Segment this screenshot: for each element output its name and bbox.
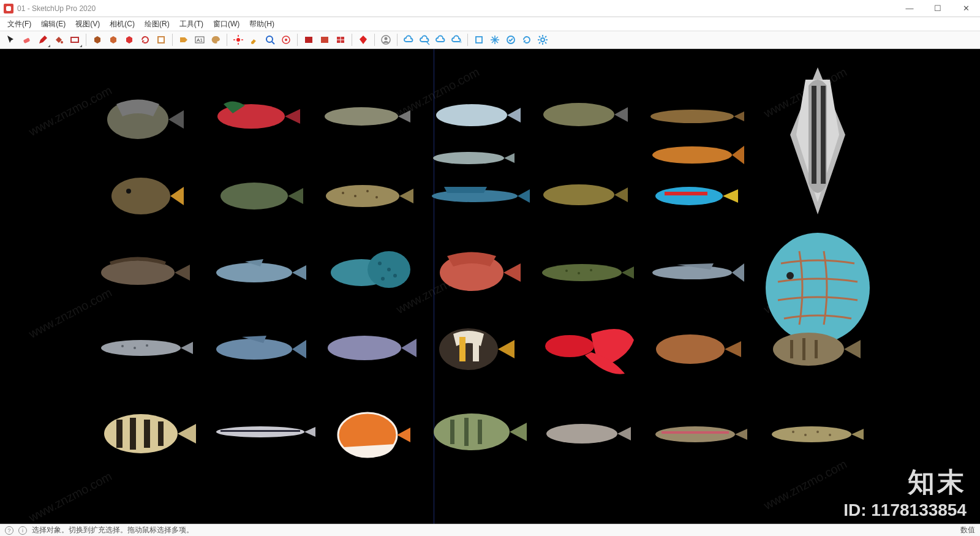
menu-draw[interactable]: 绘图(R) — [140, 18, 175, 31]
window-minimize-button[interactable]: ― — [895, 0, 924, 17]
fish-model[interactable] — [325, 404, 410, 462]
status-info-icon[interactable]: i — [18, 526, 27, 535]
loop-tool[interactable] — [519, 32, 534, 47]
cloud-cut-tool[interactable] — [417, 32, 432, 47]
redbox-tool-1[interactable] — [301, 32, 316, 47]
fish-model[interactable] — [98, 92, 184, 147]
svg-point-97 — [101, 340, 181, 356]
svg-point-73 — [655, 187, 723, 205]
window-maximize-button[interactable]: ☐ — [924, 0, 952, 17]
fish-model[interactable] — [763, 325, 861, 374]
svg-marker-45 — [398, 110, 410, 123]
svg-point-118 — [104, 414, 178, 453]
export-tool[interactable] — [154, 32, 168, 47]
fish-model[interactable] — [646, 141, 744, 169]
snowflake-tool[interactable] — [488, 32, 502, 47]
fish-model[interactable] — [649, 420, 747, 449]
menu-edit[interactable]: 编辑(E) — [36, 18, 70, 31]
watermark-id: ID: 1178133854 — [843, 500, 967, 520]
zoom-tool[interactable] — [263, 32, 277, 47]
fish-model[interactable] — [211, 420, 315, 444]
status-help-icon[interactable]: ? — [5, 526, 13, 535]
fish-model[interactable] — [429, 322, 514, 377]
fish-model[interactable] — [536, 178, 628, 211]
palette-tool[interactable] — [208, 32, 223, 47]
crop-tool[interactable] — [472, 32, 486, 47]
fish-model[interactable] — [426, 181, 530, 211]
menu-file[interactable]: 文件(F) — [2, 18, 36, 31]
menu-camera[interactable]: 相机(C) — [105, 18, 140, 31]
sun-tool[interactable] — [231, 32, 246, 47]
svg-point-144 — [816, 431, 819, 433]
redgrid-tool[interactable] — [333, 32, 348, 47]
fish-model[interactable] — [211, 175, 303, 217]
fish-model[interactable] — [536, 97, 628, 132]
svg-point-68 — [375, 196, 378, 198]
stamp-tool-3[interactable] — [122, 32, 137, 47]
fish-model[interactable] — [646, 104, 744, 129]
menu-window[interactable]: 窗口(W) — [208, 18, 244, 31]
menu-view[interactable]: 视图(V) — [70, 18, 105, 31]
svg-rect-17 — [321, 37, 328, 43]
paint-bucket-tool[interactable] — [51, 32, 66, 47]
fish-model[interactable] — [318, 178, 413, 214]
model-viewport[interactable]: www.znzmo.com www.znzmo.com www.znzmo.co… — [0, 49, 980, 524]
svg-point-99 — [121, 345, 124, 347]
brush-tool[interactable] — [247, 32, 262, 47]
svg-point-113 — [773, 333, 844, 366]
eraser-tool[interactable] — [20, 32, 34, 47]
svg-rect-133 — [478, 420, 482, 444]
target-tool[interactable] — [279, 32, 293, 47]
pencil-tool[interactable] — [36, 32, 50, 47]
tag-tool[interactable] — [176, 32, 191, 47]
svg-rect-138 — [662, 431, 729, 434]
fish-model[interactable] — [92, 404, 196, 462]
fish-model[interactable] — [318, 245, 417, 297]
fish-model[interactable] — [318, 101, 410, 132]
svg-point-92 — [590, 269, 592, 271]
fish-model[interactable] — [318, 328, 417, 368]
refresh-tool[interactable] — [138, 32, 153, 47]
cloud-eq-tool[interactable]: = — [449, 32, 464, 47]
fish-model[interactable] — [646, 328, 741, 371]
fish-model[interactable] — [539, 417, 631, 450]
fish-model[interactable] — [208, 254, 306, 291]
stamp-tool-2[interactable] — [106, 32, 121, 47]
text-tool[interactable]: A1 — [192, 32, 207, 47]
menu-tools[interactable]: 工具(T) — [175, 18, 208, 31]
fish-model[interactable] — [766, 420, 864, 449]
svg-rect-74 — [665, 192, 707, 195]
fish-model[interactable] — [646, 257, 744, 288]
svg-rect-107 — [459, 337, 466, 361]
fish-model[interactable] — [208, 331, 306, 368]
svg-marker-47 — [507, 108, 521, 123]
svg-point-96 — [786, 272, 794, 279]
fish-model[interactable] — [429, 98, 521, 132]
redbox-tool-2[interactable] — [317, 32, 332, 47]
fish-model[interactable] — [208, 98, 300, 135]
select-tool[interactable] — [4, 32, 18, 47]
fish-model[interactable] — [98, 172, 184, 221]
fish-model[interactable] — [533, 315, 637, 383]
cloud-link-tool[interactable] — [401, 32, 416, 47]
svg-rect-52 — [812, 86, 816, 184]
window-close-button[interactable]: ✕ — [952, 0, 980, 17]
stamp-tool-1[interactable] — [90, 32, 105, 47]
fish-model[interactable] — [646, 181, 738, 211]
svg-marker-129 — [397, 428, 410, 442]
check-clock-tool[interactable] — [503, 32, 518, 47]
fish-model-angelfish[interactable] — [747, 61, 888, 221]
rectangle-tool[interactable] — [67, 32, 82, 47]
menu-help[interactable]: 帮助(H) — [244, 18, 279, 31]
fish-model[interactable] — [92, 251, 190, 294]
fish-model[interactable] — [429, 147, 514, 169]
fish-model[interactable] — [429, 245, 521, 297]
fish-model[interactable] — [95, 331, 193, 364]
cloud-up-tool[interactable] — [433, 32, 448, 47]
diamond-tool[interactable] — [356, 32, 371, 47]
user-tool[interactable] — [379, 32, 393, 47]
svg-marker-62 — [288, 188, 303, 204]
fish-model[interactable] — [536, 257, 634, 288]
fish-model[interactable] — [423, 404, 527, 459]
gear-tool[interactable] — [535, 32, 550, 47]
